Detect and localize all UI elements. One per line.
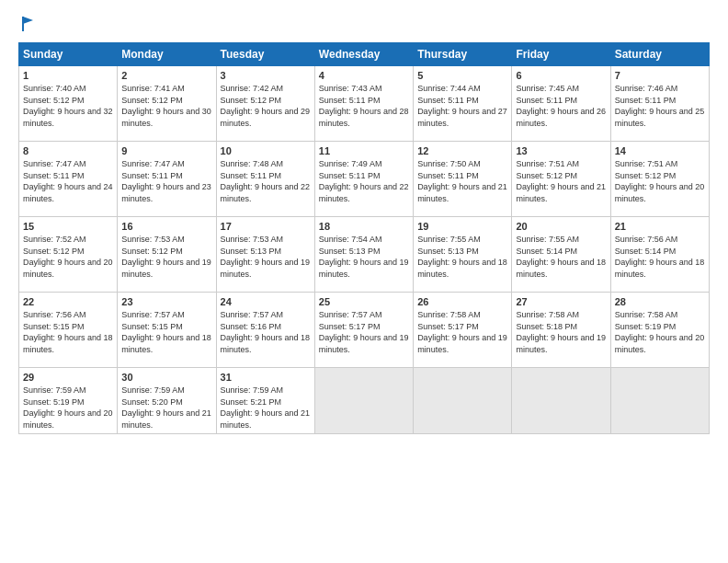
svg-marker-0 <box>23 17 33 24</box>
calendar-cell: 20Sunrise: 7:55 AMSunset: 5:14 PMDayligh… <box>512 217 610 293</box>
calendar-cell: 31Sunrise: 7:59 AMSunset: 5:21 PMDayligh… <box>216 368 314 434</box>
day-number: 16 <box>121 221 211 232</box>
calendar-cell: 16Sunrise: 7:53 AMSunset: 5:12 PMDayligh… <box>118 217 216 293</box>
calendar-cell: 14Sunrise: 7:51 AMSunset: 5:12 PMDayligh… <box>610 142 709 217</box>
calendar-cell: 29Sunrise: 7:59 AMSunset: 5:19 PMDayligh… <box>19 368 118 434</box>
cell-info: Sunrise: 7:57 AMSunset: 5:16 PMDaylight:… <box>221 309 311 355</box>
day-number: 8 <box>23 145 113 156</box>
cell-info: Sunrise: 7:55 AMSunset: 5:14 PMDaylight:… <box>516 234 606 280</box>
day-number: 23 <box>121 296 211 307</box>
cell-info: Sunrise: 7:51 AMSunset: 5:12 PMDaylight:… <box>516 158 606 204</box>
day-number: 17 <box>221 221 311 232</box>
cell-info: Sunrise: 7:51 AMSunset: 5:12 PMDaylight:… <box>615 158 705 204</box>
calendar-week-row: 15Sunrise: 7:52 AMSunset: 5:12 PMDayligh… <box>19 217 710 293</box>
day-of-week-header: Saturday <box>610 43 709 66</box>
day-number: 5 <box>417 70 507 81</box>
cell-info: Sunrise: 7:56 AMSunset: 5:15 PMDaylight:… <box>23 309 113 355</box>
calendar-cell: 13Sunrise: 7:51 AMSunset: 5:12 PMDayligh… <box>512 142 610 217</box>
calendar-cell <box>414 368 512 434</box>
cell-info: Sunrise: 7:45 AMSunset: 5:11 PMDaylight:… <box>516 83 606 129</box>
calendar-cell: 7Sunrise: 7:46 AMSunset: 5:11 PMDaylight… <box>610 66 709 142</box>
cell-info: Sunrise: 7:42 AMSunset: 5:12 PMDaylight:… <box>221 83 311 129</box>
day-number: 19 <box>417 221 507 232</box>
cell-info: Sunrise: 7:53 AMSunset: 5:13 PMDaylight:… <box>221 234 311 280</box>
day-number: 9 <box>121 145 211 156</box>
calendar-cell: 11Sunrise: 7:49 AMSunset: 5:11 PMDayligh… <box>314 142 413 217</box>
cell-info: Sunrise: 7:53 AMSunset: 5:12 PMDaylight:… <box>121 234 211 280</box>
day-number: 13 <box>516 145 606 156</box>
day-of-week-header: Tuesday <box>216 43 314 66</box>
calendar-cell: 23Sunrise: 7:57 AMSunset: 5:15 PMDayligh… <box>118 293 216 368</box>
calendar-table: SundayMondayTuesdayWednesdayThursdayFrid… <box>18 42 710 434</box>
calendar-week-row: 29Sunrise: 7:59 AMSunset: 5:19 PMDayligh… <box>19 368 710 434</box>
calendar-cell: 2Sunrise: 7:41 AMSunset: 5:12 PMDaylight… <box>118 66 216 142</box>
cell-info: Sunrise: 7:43 AMSunset: 5:11 PMDaylight:… <box>319 83 409 129</box>
cell-info: Sunrise: 7:40 AMSunset: 5:12 PMDaylight:… <box>23 83 113 129</box>
day-of-week-header: Thursday <box>414 43 512 66</box>
day-of-week-header: Friday <box>512 43 610 66</box>
day-number: 29 <box>23 372 113 383</box>
calendar-cell: 10Sunrise: 7:48 AMSunset: 5:11 PMDayligh… <box>216 142 314 217</box>
day-number: 20 <box>516 221 606 232</box>
calendar-cell <box>512 368 610 434</box>
day-number: 25 <box>319 296 409 307</box>
calendar-cell: 27Sunrise: 7:58 AMSunset: 5:18 PMDayligh… <box>512 293 610 368</box>
svg-rect-1 <box>22 17 24 31</box>
header <box>18 15 710 33</box>
day-number: 15 <box>23 221 113 232</box>
calendar-cell: 4Sunrise: 7:43 AMSunset: 5:11 PMDaylight… <box>314 66 413 142</box>
cell-info: Sunrise: 7:41 AMSunset: 5:12 PMDaylight:… <box>121 83 211 129</box>
day-number: 31 <box>221 372 311 383</box>
calendar-cell: 30Sunrise: 7:59 AMSunset: 5:20 PMDayligh… <box>118 368 216 434</box>
calendar-cell: 21Sunrise: 7:56 AMSunset: 5:14 PMDayligh… <box>610 217 709 293</box>
cell-info: Sunrise: 7:57 AMSunset: 5:17 PMDaylight:… <box>319 309 409 355</box>
calendar-cell: 28Sunrise: 7:58 AMSunset: 5:19 PMDayligh… <box>610 293 709 368</box>
cell-info: Sunrise: 7:58 AMSunset: 5:18 PMDaylight:… <box>516 309 606 355</box>
calendar-cell <box>314 368 413 434</box>
calendar-week-row: 22Sunrise: 7:56 AMSunset: 5:15 PMDayligh… <box>19 293 710 368</box>
calendar-cell: 8Sunrise: 7:47 AMSunset: 5:11 PMDaylight… <box>19 142 118 217</box>
calendar-cell: 25Sunrise: 7:57 AMSunset: 5:17 PMDayligh… <box>314 293 413 368</box>
cell-info: Sunrise: 7:58 AMSunset: 5:17 PMDaylight:… <box>417 309 507 355</box>
cell-info: Sunrise: 7:47 AMSunset: 5:11 PMDaylight:… <box>121 158 211 204</box>
day-number: 1 <box>23 70 113 81</box>
day-number: 18 <box>319 221 409 232</box>
cell-info: Sunrise: 7:49 AMSunset: 5:11 PMDaylight:… <box>319 158 409 204</box>
calendar-cell: 22Sunrise: 7:56 AMSunset: 5:15 PMDayligh… <box>19 293 118 368</box>
calendar-cell: 5Sunrise: 7:44 AMSunset: 5:11 PMDaylight… <box>414 66 512 142</box>
day-number: 12 <box>417 145 507 156</box>
calendar-cell: 17Sunrise: 7:53 AMSunset: 5:13 PMDayligh… <box>216 217 314 293</box>
calendar-week-row: 1Sunrise: 7:40 AMSunset: 5:12 PMDaylight… <box>19 66 710 142</box>
calendar-page: SundayMondayTuesdayWednesdayThursdayFrid… <box>0 0 728 563</box>
day-number: 28 <box>615 296 705 307</box>
calendar-cell: 18Sunrise: 7:54 AMSunset: 5:13 PMDayligh… <box>314 217 413 293</box>
day-number: 26 <box>417 296 507 307</box>
day-number: 6 <box>516 70 606 81</box>
cell-info: Sunrise: 7:52 AMSunset: 5:12 PMDaylight:… <box>23 234 113 280</box>
day-of-week-header: Sunday <box>19 43 118 66</box>
day-of-week-header: Monday <box>118 43 216 66</box>
day-number: 27 <box>516 296 606 307</box>
cell-info: Sunrise: 7:48 AMSunset: 5:11 PMDaylight:… <box>221 158 311 204</box>
calendar-cell: 24Sunrise: 7:57 AMSunset: 5:16 PMDayligh… <box>216 293 314 368</box>
calendar-cell: 6Sunrise: 7:45 AMSunset: 5:11 PMDaylight… <box>512 66 610 142</box>
day-number: 2 <box>121 70 211 81</box>
logo-flag-icon <box>20 15 39 33</box>
days-header-row: SundayMondayTuesdayWednesdayThursdayFrid… <box>19 43 710 66</box>
day-number: 14 <box>615 145 705 156</box>
calendar-cell: 9Sunrise: 7:47 AMSunset: 5:11 PMDaylight… <box>118 142 216 217</box>
cell-info: Sunrise: 7:59 AMSunset: 5:19 PMDaylight:… <box>23 385 113 431</box>
cell-info: Sunrise: 7:57 AMSunset: 5:15 PMDaylight:… <box>121 309 211 355</box>
calendar-cell: 1Sunrise: 7:40 AMSunset: 5:12 PMDaylight… <box>19 66 118 142</box>
cell-info: Sunrise: 7:44 AMSunset: 5:11 PMDaylight:… <box>417 83 507 129</box>
cell-info: Sunrise: 7:59 AMSunset: 5:20 PMDaylight:… <box>121 385 211 431</box>
cell-info: Sunrise: 7:47 AMSunset: 5:11 PMDaylight:… <box>23 158 113 204</box>
cell-info: Sunrise: 7:59 AMSunset: 5:21 PMDaylight:… <box>221 385 311 431</box>
cell-info: Sunrise: 7:55 AMSunset: 5:13 PMDaylight:… <box>417 234 507 280</box>
cell-info: Sunrise: 7:50 AMSunset: 5:11 PMDaylight:… <box>417 158 507 204</box>
cell-info: Sunrise: 7:56 AMSunset: 5:14 PMDaylight:… <box>615 234 705 280</box>
day-number: 22 <box>23 296 113 307</box>
calendar-cell: 15Sunrise: 7:52 AMSunset: 5:12 PMDayligh… <box>19 217 118 293</box>
calendar-cell <box>610 368 709 434</box>
day-number: 7 <box>615 70 705 81</box>
